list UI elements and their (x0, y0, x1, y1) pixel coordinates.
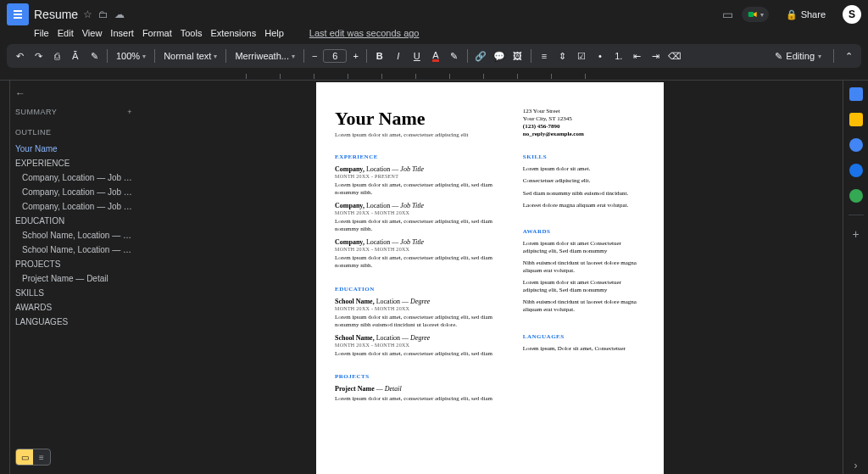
section-experience[interactable]: EXPERIENCE (335, 153, 506, 160)
outline-back-icon[interactable]: ← (15, 87, 132, 99)
skill-line[interactable]: Lorem ipsum dolor sit amet. (523, 165, 645, 173)
school-desc[interactable]: Lorem ipsum dolor sit amet, consectetuer… (335, 314, 506, 329)
menu-file[interactable]: File (34, 28, 49, 38)
spellcheck-icon[interactable]: Ᾱ (68, 48, 83, 64)
project-desc[interactable]: Lorem ipsum dolor sit amet, consectetuer… (335, 395, 506, 403)
horizontal-ruler[interactable] (0, 70, 868, 81)
outline-item[interactable]: School Name, Location — Degr... (15, 228, 132, 243)
view-compact-button[interactable]: ≡ (33, 449, 50, 465)
expand-icon[interactable]: ⌃ (841, 48, 856, 64)
school-desc[interactable]: Lorem ipsum dolor sit amet, consectetuer… (335, 350, 506, 358)
meet-button[interactable]: ▾ (742, 7, 769, 22)
section-projects[interactable]: PROJECTS (335, 373, 506, 380)
bulleted-list-icon[interactable]: • (593, 48, 608, 64)
zoom-select[interactable]: 100%▾ (113, 50, 149, 62)
document-canvas[interactable]: Your Name Lorem ipsum dolor sit amet, co… (137, 81, 843, 474)
add-summary-button[interactable]: + (127, 108, 132, 116)
insert-image-icon[interactable]: 🖼 (510, 48, 526, 64)
menu-extensions[interactable]: Extensions (210, 28, 256, 38)
outline-item[interactable]: PROJECTS (15, 257, 132, 271)
move-icon[interactable]: 🗀 (98, 8, 108, 20)
docs-logo-icon[interactable] (7, 3, 29, 25)
bold-icon[interactable]: B (372, 48, 387, 64)
job-desc[interactable]: Lorem ipsum dolor sit amet, consectetuer… (335, 181, 506, 197)
job-desc[interactable]: Lorem ipsum dolor sit amet, consectetuer… (335, 218, 506, 233)
increase-indent-icon[interactable]: ⇥ (648, 48, 664, 64)
outline-item[interactable]: EDUCATION (15, 214, 132, 228)
font-decrease-button[interactable]: − (309, 51, 320, 61)
contact-block[interactable]: 123 Your Street Your City, ST 12345 (123… (523, 108, 645, 138)
outline-item[interactable]: LANGUAGES (15, 315, 132, 329)
outline-item[interactable]: Company, Location — Job Title (15, 185, 132, 199)
resume-name[interactable]: Your Name (335, 108, 506, 130)
history-icon[interactable]: ▭ (722, 8, 733, 21)
insert-comment-icon[interactable]: 💬 (492, 48, 507, 64)
clear-formatting-icon[interactable]: ⌫ (667, 48, 682, 64)
outline-item[interactable]: AWARDS (15, 300, 132, 315)
paint-format-icon[interactable]: ✎ (86, 48, 102, 64)
align-left-icon[interactable]: ≡ (537, 48, 552, 64)
section-awards[interactable]: AWARDS (523, 228, 645, 235)
redo-icon[interactable]: ↷ (31, 48, 46, 64)
font-size-input[interactable]: 6 (323, 49, 347, 63)
outline-item[interactable]: EXPERIENCE (15, 156, 132, 170)
section-education[interactable]: EDUCATION (335, 286, 506, 293)
add-addon-button[interactable]: + (852, 227, 859, 241)
menu-view[interactable]: View (82, 28, 103, 38)
page[interactable]: Your Name Lorem ipsum dolor sit amet, co… (316, 82, 664, 474)
line-spacing-icon[interactable]: ⇕ (555, 48, 570, 64)
print-icon[interactable]: ⎙ (49, 48, 64, 64)
share-button[interactable]: 🔒 Share (777, 6, 834, 24)
tasks-icon[interactable] (849, 138, 863, 152)
school-dates[interactable]: MONTH 20XX - MONTH 20XX (335, 306, 506, 311)
job-line[interactable]: Company, Location — Job Title (335, 238, 506, 246)
job-dates[interactable]: MONTH 20XX - MONTH 20XX (335, 247, 506, 252)
undo-icon[interactable]: ↶ (12, 48, 27, 64)
outline-item[interactable]: School Name, Location — Degr... (15, 243, 132, 257)
school-dates[interactable]: MONTH 20XX - MONTH 20XX (335, 343, 506, 348)
menu-insert[interactable]: Insert (110, 28, 134, 38)
menu-tools[interactable]: Tools (181, 28, 203, 38)
outline-item[interactable]: Your Name (15, 142, 132, 156)
school-line[interactable]: School Name, Location — Degree (335, 298, 506, 305)
view-print-layout-button[interactable]: ▭ (16, 449, 33, 465)
award-line[interactable]: Lorem ipsum dolor sit amet Consectetuer … (523, 279, 645, 294)
text-color-icon[interactable]: A (428, 48, 443, 64)
calendar-icon[interactable] (849, 87, 863, 101)
numbered-list-icon[interactable]: 1. (611, 48, 626, 64)
font-select[interactable]: Merriweath...▾ (231, 50, 298, 62)
skill-line[interactable]: Laoreet dolore magna aliquam erat volutp… (523, 202, 645, 209)
job-line[interactable]: Company, Location — Job Title (335, 165, 506, 173)
award-line[interactable]: Nibh euismod tincidunt ut laoreet dolore… (523, 259, 645, 275)
mode-select[interactable]: ✎ Editing ▾ (770, 49, 826, 64)
job-desc[interactable]: Lorem ipsum dolor sit amet, consectetuer… (335, 254, 506, 270)
project-line[interactable]: Project Name — Detail (335, 385, 506, 393)
outline-item[interactable]: Company, Location — Job Title (15, 170, 132, 185)
outline-item[interactable]: Company, Location — Job Title (15, 199, 132, 214)
checklist-icon[interactable]: ☑ (574, 48, 589, 64)
job-dates[interactable]: MONTH 20XX - MONTH 20XX (335, 210, 506, 215)
menu-format[interactable]: Format (142, 28, 172, 38)
section-skills[interactable]: SKILLS (523, 153, 645, 160)
avatar[interactable]: S (843, 5, 861, 24)
document-title[interactable]: Resume (34, 8, 78, 21)
hide-sidepanel-icon[interactable]: › (854, 460, 858, 471)
outline-item[interactable]: SKILLS (15, 286, 132, 300)
style-select[interactable]: Normal text▾ (160, 50, 220, 62)
last-edit-link[interactable]: Last edit was seconds ago (309, 28, 420, 38)
star-icon[interactable]: ☆ (83, 8, 92, 20)
italic-icon[interactable]: I (391, 48, 406, 64)
vertical-ruler[interactable] (0, 81, 10, 474)
underline-icon[interactable]: U (409, 48, 425, 64)
font-increase-button[interactable]: + (350, 51, 360, 61)
maps-icon[interactable] (849, 189, 863, 203)
decrease-indent-icon[interactable]: ⇤ (630, 48, 645, 64)
keep-icon[interactable] (849, 113, 863, 126)
menu-edit[interactable]: Edit (58, 28, 74, 38)
insert-link-icon[interactable]: 🔗 (473, 48, 488, 64)
school-line[interactable]: School Name, Location — Degree (335, 334, 506, 342)
job-dates[interactable]: MONTH 20XX - PRESENT (335, 174, 506, 179)
languages-text[interactable]: Lorem ipsum, Dolor sit amet, Consectetue… (523, 345, 645, 353)
skill-line[interactable]: Consectetuer adipiscing elit. (523, 177, 645, 185)
job-line[interactable]: Company, Location — Job Title (335, 202, 506, 209)
